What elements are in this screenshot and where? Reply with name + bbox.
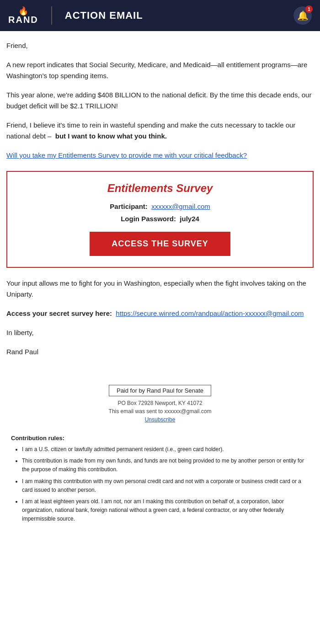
notification-bell[interactable]: 🔔 1 [293,6,312,25]
unsubscribe-link[interactable]: Unsubscribe [6,416,314,423]
footer: Paid for by Rand Paul for Senate PO Box … [6,385,314,435]
participant-email[interactable]: xxxxxx@gmail.com [151,202,210,210]
contribution-rules-title: Contribution rules: [11,435,309,442]
rule-item: This contribution is made from my own fu… [22,457,309,474]
header-divider [51,6,52,25]
rules-list: I am a U.S. citizen or lawfully admitted… [11,445,309,524]
paragraph-5: Access your secret survey here: https://… [6,308,314,319]
greeting: Friend, [6,40,314,51]
paragraph-3: Friend, I believe it's time to rein in w… [6,120,314,142]
password-value: july24 [180,215,199,223]
rule-item: I am a U.S. citizen or lawfully admitted… [22,445,309,454]
notification-badge: 1 [305,5,313,13]
survey-box: Entitlements Survey Participant: xxxxxx@… [6,171,314,268]
paragraph-4: Your input allows me to fight for you in… [6,278,314,300]
paragraph-2: This year alone, we're adding $408 BILLI… [6,90,314,112]
header-title: ACTION EMAIL [65,10,143,21]
footer-sent: This email was sent to xxxxxx@gmail.com [6,408,314,415]
survey-password: Login Password: july24 [15,215,305,223]
survey-box-title: Entitlements Survey [15,182,305,195]
footer-address: PO Box 72928 Newport, KY 41072 [6,400,314,406]
access-survey-button[interactable]: ACCESS THE SURVEY [90,232,230,256]
flame-icon: 🔥 [18,7,28,15]
logo-box: 🔥 RAND [8,7,38,24]
para5-bold: Access your secret survey here: [6,309,112,317]
closing: In liberty, [6,327,314,338]
survey-link[interactable]: Will you take my Entitlements Survey to … [6,151,247,159]
para3-bold: but I want to know what you think. [55,132,167,140]
logo-area: 🔥 RAND ACTION EMAIL [8,6,143,25]
rule-item: I am at least eighteen years old. I am n… [22,497,309,524]
contribution-rules: Contribution rules: I am a U.S. citizen … [6,435,314,524]
email-content: Friend, A new report indicates that Soci… [0,31,320,531]
paragraph-1: A new report indicates that Social Secur… [6,59,314,81]
logo-text: RAND [8,15,38,24]
rule-item: I am making this contribution with my ow… [22,477,309,495]
survey-link-paragraph: Will you take my Entitlements Survey to … [6,150,314,161]
password-label: Login Password: [121,215,176,223]
paid-for-box: Paid for by Rand Paul for Senate [109,385,211,396]
participant-label: Participant: [110,202,148,210]
signature: Rand Paul [6,346,314,357]
header: 🔥 RAND ACTION EMAIL 🔔 1 [0,0,320,31]
survey-participant: Participant: xxxxxx@gmail.com [15,201,305,212]
paid-for-text: Paid for by Rand Paul for Senate [117,387,203,394]
secret-survey-link[interactable]: https://secure.winred.com/randpaul/actio… [116,309,304,317]
